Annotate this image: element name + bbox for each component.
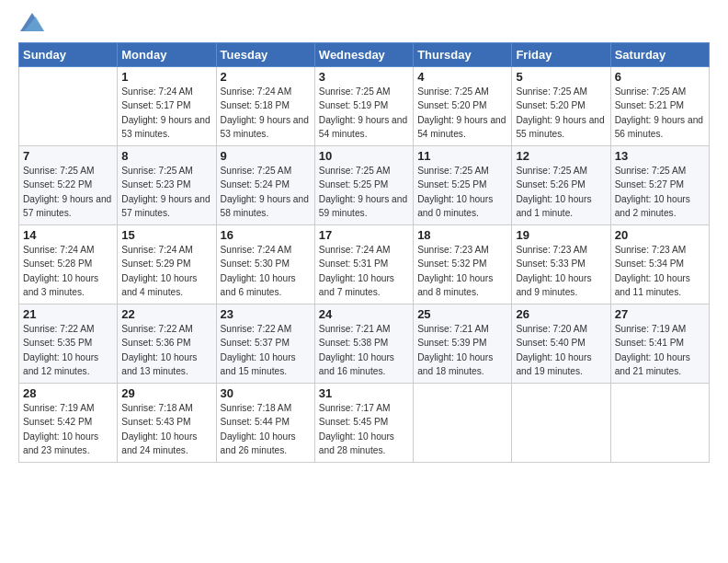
calendar-cell [19, 67, 118, 146]
cell-info: Sunrise: 7:20 AMSunset: 5:40 PMDaylight:… [516, 322, 606, 378]
day-number: 5 [516, 70, 606, 84]
calendar-cell: 3Sunrise: 7:25 AMSunset: 5:19 PMDaylight… [314, 67, 413, 146]
cell-info: Sunrise: 7:18 AMSunset: 5:44 PMDaylight:… [221, 401, 311, 457]
day-number: 14 [23, 228, 113, 242]
calendar-cell: 12Sunrise: 7:25 AMSunset: 5:26 PMDayligh… [512, 146, 610, 225]
cell-info: Sunrise: 7:24 AMSunset: 5:17 PMDaylight:… [121, 85, 211, 141]
calendar-cell: 10Sunrise: 7:25 AMSunset: 5:25 PMDayligh… [314, 146, 413, 225]
day-number: 2 [221, 70, 311, 84]
cell-info: Sunrise: 7:23 AMSunset: 5:32 PMDaylight:… [417, 243, 507, 299]
day-header-friday: Friday [512, 43, 610, 67]
calendar-cell: 19Sunrise: 7:23 AMSunset: 5:33 PMDayligh… [512, 225, 610, 304]
cell-info: Sunrise: 7:25 AMSunset: 5:20 PMDaylight:… [417, 85, 507, 141]
cell-info: Sunrise: 7:25 AMSunset: 5:20 PMDaylight:… [516, 85, 606, 141]
day-number: 1 [121, 70, 211, 84]
day-number: 29 [121, 386, 211, 400]
calendar-cell: 28Sunrise: 7:19 AMSunset: 5:42 PMDayligh… [19, 384, 118, 463]
cell-info: Sunrise: 7:21 AMSunset: 5:38 PMDaylight:… [319, 322, 409, 378]
day-number: 30 [221, 386, 311, 400]
day-number: 27 [615, 307, 705, 321]
cell-info: Sunrise: 7:23 AMSunset: 5:33 PMDaylight:… [516, 243, 606, 299]
cell-info: Sunrise: 7:24 AMSunset: 5:31 PMDaylight:… [319, 243, 409, 299]
cell-info: Sunrise: 7:22 AMSunset: 5:37 PMDaylight:… [221, 322, 311, 378]
day-header-thursday: Thursday [414, 43, 512, 67]
calendar-cell: 5Sunrise: 7:25 AMSunset: 5:20 PMDaylight… [512, 67, 610, 146]
day-number: 8 [121, 149, 211, 163]
day-number: 25 [417, 307, 507, 321]
logo [18, 15, 44, 33]
day-number: 11 [417, 149, 507, 163]
cell-info: Sunrise: 7:19 AMSunset: 5:41 PMDaylight:… [615, 322, 705, 378]
calendar-cell: 31Sunrise: 7:17 AMSunset: 5:45 PMDayligh… [314, 384, 413, 463]
calendar-week-5: 28Sunrise: 7:19 AMSunset: 5:42 PMDayligh… [19, 384, 710, 463]
day-header-wednesday: Wednesday [314, 43, 413, 67]
day-number: 18 [417, 228, 507, 242]
cell-info: Sunrise: 7:25 AMSunset: 5:19 PMDaylight:… [319, 85, 409, 141]
day-number: 6 [615, 70, 705, 84]
day-number: 13 [615, 149, 705, 163]
calendar-week-1: 1Sunrise: 7:24 AMSunset: 5:17 PMDaylight… [19, 67, 710, 146]
day-number: 23 [221, 307, 311, 321]
calendar-cell: 11Sunrise: 7:25 AMSunset: 5:25 PMDayligh… [414, 146, 512, 225]
cell-info: Sunrise: 7:25 AMSunset: 5:23 PMDaylight:… [121, 164, 211, 220]
cell-info: Sunrise: 7:22 AMSunset: 5:36 PMDaylight:… [121, 322, 211, 378]
calendar-week-3: 14Sunrise: 7:24 AMSunset: 5:28 PMDayligh… [19, 225, 710, 304]
calendar-cell: 30Sunrise: 7:18 AMSunset: 5:44 PMDayligh… [216, 384, 314, 463]
day-number: 28 [23, 386, 113, 400]
day-number: 16 [221, 228, 311, 242]
calendar-cell: 8Sunrise: 7:25 AMSunset: 5:23 PMDaylight… [118, 146, 216, 225]
calendar-cell [512, 384, 610, 463]
calendar-cell: 16Sunrise: 7:24 AMSunset: 5:30 PMDayligh… [216, 225, 314, 304]
calendar-cell: 18Sunrise: 7:23 AMSunset: 5:32 PMDayligh… [414, 225, 512, 304]
cell-info: Sunrise: 7:17 AMSunset: 5:45 PMDaylight:… [319, 401, 409, 457]
day-number: 12 [516, 149, 606, 163]
day-number: 7 [23, 149, 113, 163]
cell-info: Sunrise: 7:25 AMSunset: 5:25 PMDaylight:… [319, 164, 409, 220]
cell-info: Sunrise: 7:24 AMSunset: 5:29 PMDaylight:… [121, 243, 211, 299]
header [18, 15, 710, 33]
day-header-tuesday: Tuesday [216, 43, 314, 67]
day-number: 19 [516, 228, 606, 242]
calendar-cell: 20Sunrise: 7:23 AMSunset: 5:34 PMDayligh… [610, 225, 709, 304]
day-header-saturday: Saturday [610, 43, 709, 67]
calendar-cell: 24Sunrise: 7:21 AMSunset: 5:38 PMDayligh… [314, 304, 413, 384]
page-container: SundayMondayTuesdayWednesdayThursdayFrid… [0, 0, 728, 472]
cell-info: Sunrise: 7:24 AMSunset: 5:30 PMDaylight:… [221, 243, 311, 299]
calendar-cell: 17Sunrise: 7:24 AMSunset: 5:31 PMDayligh… [314, 225, 413, 304]
calendar-cell: 26Sunrise: 7:20 AMSunset: 5:40 PMDayligh… [512, 304, 610, 384]
cell-info: Sunrise: 7:25 AMSunset: 5:22 PMDaylight:… [23, 164, 113, 220]
calendar-cell: 23Sunrise: 7:22 AMSunset: 5:37 PMDayligh… [216, 304, 314, 384]
cell-info: Sunrise: 7:24 AMSunset: 5:28 PMDaylight:… [23, 243, 113, 299]
calendar-cell: 9Sunrise: 7:25 AMSunset: 5:24 PMDaylight… [216, 146, 314, 225]
calendar-table: SundayMondayTuesdayWednesdayThursdayFrid… [18, 42, 710, 463]
day-number: 3 [319, 70, 409, 84]
calendar-cell [414, 384, 512, 463]
day-number: 20 [615, 228, 705, 242]
day-number: 9 [221, 149, 311, 163]
logo-icon [20, 13, 44, 33]
calendar-cell: 29Sunrise: 7:18 AMSunset: 5:43 PMDayligh… [118, 384, 216, 463]
calendar-cell: 25Sunrise: 7:21 AMSunset: 5:39 PMDayligh… [414, 304, 512, 384]
day-header-sunday: Sunday [19, 43, 118, 67]
cell-info: Sunrise: 7:25 AMSunset: 5:21 PMDaylight:… [615, 85, 705, 141]
calendar-header-row: SundayMondayTuesdayWednesdayThursdayFrid… [19, 43, 710, 67]
calendar-cell: 6Sunrise: 7:25 AMSunset: 5:21 PMDaylight… [610, 67, 709, 146]
calendar-cell: 13Sunrise: 7:25 AMSunset: 5:27 PMDayligh… [610, 146, 709, 225]
cell-info: Sunrise: 7:18 AMSunset: 5:43 PMDaylight:… [121, 401, 211, 457]
day-number: 21 [23, 307, 113, 321]
day-header-monday: Monday [118, 43, 216, 67]
cell-info: Sunrise: 7:25 AMSunset: 5:24 PMDaylight:… [221, 164, 311, 220]
day-number: 17 [319, 228, 409, 242]
day-number: 10 [319, 149, 409, 163]
cell-info: Sunrise: 7:25 AMSunset: 5:26 PMDaylight:… [516, 164, 606, 220]
cell-info: Sunrise: 7:25 AMSunset: 5:25 PMDaylight:… [417, 164, 507, 220]
calendar-cell: 21Sunrise: 7:22 AMSunset: 5:35 PMDayligh… [19, 304, 118, 384]
calendar-week-2: 7Sunrise: 7:25 AMSunset: 5:22 PMDaylight… [19, 146, 710, 225]
calendar-cell: 1Sunrise: 7:24 AMSunset: 5:17 PMDaylight… [118, 67, 216, 146]
cell-info: Sunrise: 7:19 AMSunset: 5:42 PMDaylight:… [23, 401, 113, 457]
cell-info: Sunrise: 7:24 AMSunset: 5:18 PMDaylight:… [221, 85, 311, 141]
calendar-cell: 4Sunrise: 7:25 AMSunset: 5:20 PMDaylight… [414, 67, 512, 146]
cell-info: Sunrise: 7:22 AMSunset: 5:35 PMDaylight:… [23, 322, 113, 378]
cell-info: Sunrise: 7:25 AMSunset: 5:27 PMDaylight:… [615, 164, 705, 220]
day-number: 26 [516, 307, 606, 321]
